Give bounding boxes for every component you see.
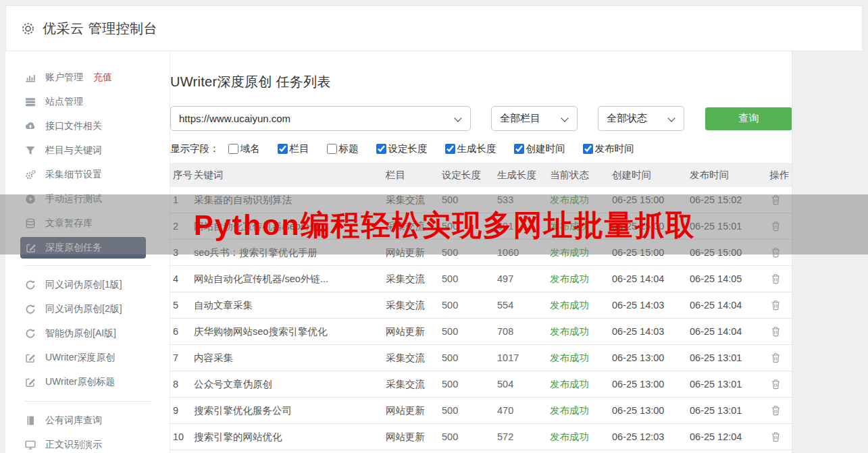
sidebar-item-0-6[interactable]: 文章暂存库 (5, 211, 170, 236)
table-row: 10搜索引擎的网站优化网站更新500572发布成功06-25 12:0306-2… (170, 424, 792, 450)
cell-set_len: 500 (441, 405, 496, 416)
delete-button[interactable] (769, 430, 782, 444)
field-checkbox[interactable] (327, 144, 337, 154)
sidebar-item-2-1[interactable]: 正文识别演示 (5, 433, 170, 453)
cell-created: 06-25 15:00 (611, 194, 689, 205)
recharge-badge[interactable]: 充值 (93, 72, 112, 84)
sidebar-item-0-5[interactable]: 手动运行测试 (5, 187, 170, 211)
sidebar-item-label: 采集细节设置 (45, 169, 102, 181)
cell-created: 06-25 14:03 (611, 300, 689, 311)
cell-published: 06-25 13:01 (689, 352, 769, 363)
field-checkbox[interactable] (376, 144, 386, 154)
app-header: 优采云 管理控制台 (5, 5, 863, 51)
gears-icon (25, 169, 36, 181)
cell-status: 发布成功 (549, 431, 611, 444)
sidebar-item-label: 智能伪原创[AI版] (45, 327, 116, 340)
field-options: 域名栏目标题设定长度生成长度创建时间发布时间 (228, 142, 652, 155)
field-option-5[interactable]: 创建时间 (514, 142, 565, 155)
sidebar-item-1-2[interactable]: 智能伪原创[AI版] (5, 321, 170, 346)
cell-actions (769, 298, 792, 313)
cell-set_len: 500 (441, 221, 496, 232)
sidebar-item-label: 同义词伪原创[1版] (45, 279, 122, 291)
cell-column: 网站更新 (385, 246, 441, 259)
sidebar-item-label: 手动运行测试 (45, 193, 102, 205)
site-select[interactable]: https://www.ucaiyun.com (170, 106, 471, 131)
sidebar-item-1-3[interactable]: UWriter深度原创 (5, 346, 170, 370)
sidebar-item-0-1[interactable]: 站点管理 (5, 90, 170, 114)
book-icon (25, 415, 36, 427)
field-checkbox[interactable] (445, 144, 455, 154)
app-title: 优采云 管理控制台 (43, 20, 157, 38)
sidebar-item-0-3[interactable]: 栏目与关键词 (5, 138, 170, 163)
cell-gen_len: 708 (496, 326, 549, 337)
site-select-value: https://www.ucaiyun.com (179, 113, 290, 124)
sidebar-divider (24, 401, 151, 402)
sidebar-item-0-7[interactable]: 深度原创任务 (20, 237, 146, 259)
cell-published: 06-25 12:04 (689, 431, 769, 442)
cell-gen_len: 1017 (496, 352, 549, 363)
sidebar-item-2-0[interactable]: 公有词库查询 (5, 408, 170, 433)
table-row: 9搜索引擎优化服务公司网站更新500470发布成功06-25 13:0006-2… (170, 398, 792, 424)
sidebar-item-label: 公有词库查询 (45, 415, 102, 427)
delete-button[interactable] (769, 351, 782, 365)
table-row: 5自动文章采集采集交流500554发布成功06-25 14:0306-25 14… (170, 292, 792, 319)
cell-gen_len: 497 (496, 273, 549, 284)
delete-button[interactable] (769, 272, 782, 286)
cell-keyword: 搜索引擎优化服务公司 (193, 404, 385, 417)
field-option-label: 设定长度 (388, 142, 428, 155)
cell-status: 发布成功 (549, 299, 611, 312)
field-checkbox[interactable] (514, 144, 524, 154)
cell-gen_len: 470 (496, 405, 549, 416)
cell-keyword: 网站自动化宣传机器/seo外链... (193, 273, 385, 286)
field-option-6[interactable]: 发布时间 (583, 142, 634, 155)
field-checkbox[interactable] (583, 144, 593, 154)
status-select[interactable]: 全部状态 (598, 106, 684, 131)
field-option-4[interactable]: 生成长度 (445, 142, 496, 155)
cell-status: 发布成功 (549, 352, 611, 365)
delete-button[interactable] (769, 219, 782, 233)
cell-published: 06-25 14:04 (689, 300, 769, 311)
delete-button[interactable] (769, 298, 782, 312)
field-option-label: 发布时间 (595, 142, 634, 155)
cell-created: 06-25 13:00 (611, 352, 689, 363)
cell-status: 发布成功 (549, 246, 611, 259)
delete-button[interactable] (769, 246, 782, 259)
sidebar-item-0-0[interactable]: 账户管理充值 (5, 65, 170, 90)
delete-button[interactable] (769, 193, 782, 207)
cell-column: 采集交流 (385, 273, 441, 286)
field-checkbox[interactable] (278, 144, 288, 154)
cell-created: 06-25 14:03 (611, 326, 689, 337)
field-option-1[interactable]: 栏目 (278, 142, 309, 155)
query-button[interactable]: 查询 (705, 107, 792, 130)
delete-button[interactable] (769, 377, 782, 391)
filter-icon (25, 145, 36, 157)
sidebar-item-0-4[interactable]: 采集细节设置 (5, 163, 170, 187)
column-header: 设定长度 (441, 169, 496, 182)
sidebar-item-1-0[interactable]: 同义词伪原创[1版] (5, 273, 170, 297)
edit-icon (25, 377, 36, 388)
cell-published: 06-25 15:00 (689, 247, 769, 258)
column-select[interactable]: 全部栏目 (491, 106, 578, 131)
main-panel: UWriter深度原创 任务列表 https://www.ucaiyun.com… (170, 51, 792, 453)
cell-keyword: 自动文章采集 (193, 299, 385, 312)
field-option-2[interactable]: 标题 (327, 142, 359, 155)
trash-icon (771, 247, 781, 258)
cell-column: 采集交流 (385, 220, 441, 233)
field-option-label: 标题 (339, 142, 359, 155)
trash-icon (771, 379, 781, 390)
sidebar-item-0-2[interactable]: 接口文件相关 (5, 114, 170, 138)
field-option-label: 创建时间 (526, 142, 565, 155)
cell-set_len: 500 (441, 194, 496, 205)
sidebar-item-1-1[interactable]: 同义词伪原创[2版] (5, 297, 170, 321)
field-option-0[interactable]: 域名 (228, 142, 260, 155)
delete-button[interactable] (769, 325, 782, 338)
field-option-3[interactable]: 设定长度 (376, 142, 428, 155)
cell-actions (769, 430, 792, 444)
field-checkbox[interactable] (228, 144, 238, 154)
cell-set_len: 500 (441, 273, 496, 284)
cell-created: 06-25 12:03 (611, 431, 689, 442)
refresh-icon (25, 328, 36, 340)
sidebar-item-1-4[interactable]: UWriter原创标题 (5, 370, 170, 394)
cell-status: 发布成功 (549, 273, 611, 286)
delete-button[interactable] (769, 404, 782, 417)
